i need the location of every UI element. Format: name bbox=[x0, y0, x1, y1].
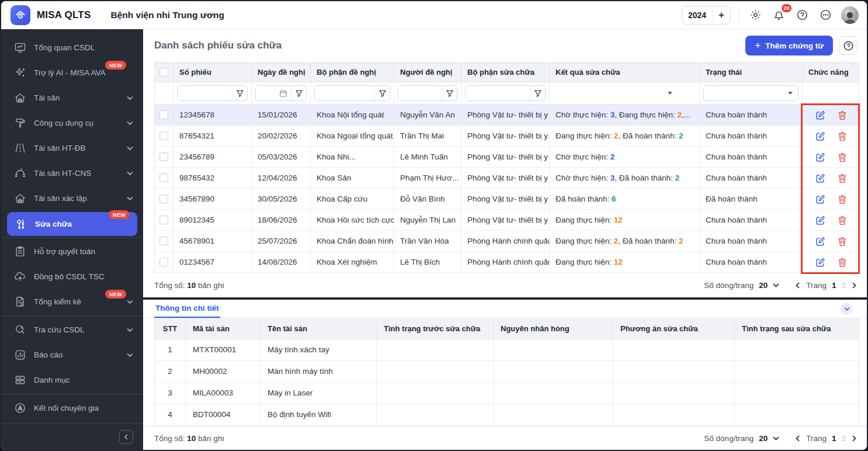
edit-icon[interactable] bbox=[815, 173, 825, 183]
filter-bo-phan-de-nghi-input[interactable] bbox=[315, 86, 374, 100]
table-row[interactable]: 4567890125/07/2026Khoa Chẩn đoán hìnhTrầ… bbox=[155, 231, 859, 252]
sidebar-item-pipe[interactable]: Tài sản HT-CNS bbox=[1, 161, 143, 186]
row-checkbox[interactable] bbox=[159, 216, 168, 224]
detail-collapse-button[interactable] bbox=[841, 303, 853, 315]
filter-so-phieu-input[interactable] bbox=[178, 86, 232, 100]
detail-column-header[interactable]: Tình trạng sau sửa chữa bbox=[735, 318, 859, 339]
delete-trash-icon[interactable] bbox=[837, 131, 848, 141]
edit-icon[interactable] bbox=[815, 236, 825, 247]
user-avatar[interactable] bbox=[841, 6, 859, 24]
page-current[interactable]: 1 bbox=[832, 434, 836, 443]
page-2[interactable]: 2 bbox=[841, 434, 846, 443]
delete-trash-icon[interactable] bbox=[837, 236, 848, 247]
row-checkbox[interactable] bbox=[159, 131, 168, 140]
add-voucher-button[interactable]: + Thêm chứng từ bbox=[745, 36, 833, 55]
filter-ngay-input[interactable] bbox=[256, 86, 276, 100]
column-header[interactable]: Người đề nghị bbox=[394, 63, 461, 82]
page-2[interactable]: 2 bbox=[841, 281, 846, 290]
per-page-chevron-icon[interactable] bbox=[773, 282, 779, 289]
table-row[interactable]: 2345678905/03/2026Khoa Nhi...Lê Minh Tuấ… bbox=[155, 147, 859, 168]
sidebar-item-doc-check[interactable]: Tổng kiểm kêNEW bbox=[1, 289, 143, 314]
more-options-icon[interactable] bbox=[818, 8, 833, 23]
edit-icon[interactable] bbox=[815, 110, 825, 120]
tab-thong-tin-chi-tiet[interactable]: Thông tin chi tiết bbox=[154, 304, 220, 318]
edit-icon[interactable] bbox=[815, 152, 825, 162]
notifications-bell-icon[interactable]: 20 bbox=[771, 8, 786, 23]
column-header[interactable]: Bộ phận sửa chữa bbox=[461, 63, 550, 82]
table-row[interactable]: 0123456714/08/2026Khoa Xét nghiệmLê Thị … bbox=[155, 252, 859, 273]
page-help-button[interactable] bbox=[839, 36, 857, 55]
table-row[interactable]: 8901234518/06/2026Khoa Hồi sức tích cựcN… bbox=[155, 210, 859, 231]
sidebar-item-catalog[interactable]: Danh mục bbox=[1, 367, 143, 393]
column-header[interactable]: Số phiếu bbox=[173, 63, 252, 82]
delete-trash-icon[interactable] bbox=[837, 215, 848, 226]
detail-column-header[interactable]: Tên tài sản bbox=[261, 318, 377, 339]
filter-funnel-icon[interactable] bbox=[232, 86, 247, 100]
select-all-checkbox[interactable] bbox=[159, 68, 168, 77]
prev-page-icon[interactable] bbox=[794, 282, 801, 289]
detail-table-row[interactable]: 3MILA00003Máy in Laser bbox=[155, 383, 859, 404]
edit-icon[interactable] bbox=[815, 257, 825, 268]
column-header[interactable]: Kết quả sửa chữa bbox=[550, 63, 700, 82]
sidebar-item-repair[interactable]: Sửa chữaNEW bbox=[7, 212, 137, 236]
app-logo-icon[interactable] bbox=[11, 5, 30, 25]
filter-funnel-icon[interactable] bbox=[374, 86, 390, 100]
year-selector[interactable]: 2024 + bbox=[682, 6, 731, 25]
calendar-icon[interactable] bbox=[276, 86, 291, 100]
per-page-chevron-icon[interactable] bbox=[773, 435, 779, 442]
column-header[interactable]: Bộ phận đề nghị bbox=[311, 63, 394, 82]
sidebar-item-roller[interactable]: Công cụ dụng cụ bbox=[1, 110, 143, 136]
row-checkbox[interactable] bbox=[159, 237, 168, 245]
page-current[interactable]: 1 bbox=[832, 281, 836, 290]
next-page-icon[interactable] bbox=[851, 435, 857, 442]
filter-funnel-icon[interactable] bbox=[291, 86, 306, 100]
row-checkbox[interactable] bbox=[159, 258, 168, 266]
delete-trash-icon[interactable] bbox=[837, 173, 848, 183]
filter-bo-phan-sua-input[interactable] bbox=[466, 86, 530, 100]
filter-funnel-icon[interactable] bbox=[530, 86, 545, 100]
edit-icon[interactable] bbox=[815, 131, 825, 141]
row-checkbox[interactable] bbox=[159, 152, 168, 161]
edit-icon[interactable] bbox=[815, 215, 825, 226]
sidebar-item-asset-confirm[interactable]: Tài sản xác lập bbox=[1, 186, 143, 211]
settings-gear-icon[interactable] bbox=[748, 8, 763, 23]
year-value[interactable]: 2024 bbox=[688, 11, 706, 20]
per-page-value[interactable]: 20 bbox=[759, 434, 768, 443]
filter-trang-thai-dropdown[interactable] bbox=[703, 85, 798, 101]
sidebar-item-sparkles[interactable]: Trợ lý AI - MISA AVANEW bbox=[1, 60, 143, 85]
detail-column-header[interactable]: Nguyên nhân hỏng bbox=[494, 318, 613, 339]
detail-table-row[interactable]: 2MH00002Màn hình máy tính bbox=[155, 361, 859, 383]
detail-table-row[interactable]: 4BDT00004Bộ định tuyến Wifi bbox=[155, 404, 859, 426]
detail-column-header[interactable]: STT bbox=[155, 318, 186, 339]
detail-column-header[interactable]: Mã tài sản bbox=[186, 318, 261, 339]
delete-trash-icon[interactable] bbox=[837, 257, 848, 268]
detail-column-header[interactable]: Phương án sửa chữa bbox=[613, 318, 735, 339]
sidebar-item-report[interactable]: Báo cáo bbox=[1, 342, 143, 367]
detail-column-header[interactable]: Tình trạng trước sửa chữa bbox=[377, 318, 494, 339]
sidebar-collapse-button[interactable] bbox=[119, 430, 133, 444]
sidebar-item-search[interactable]: Tra cứu CSDL bbox=[1, 317, 143, 342]
delete-trash-icon[interactable] bbox=[837, 194, 848, 204]
delete-trash-icon[interactable] bbox=[837, 152, 848, 162]
sidebar-item-assets[interactable]: Tài sản bbox=[1, 85, 143, 110]
table-row[interactable]: 9876543212/04/2026Khoa SảnPhạm Thị Hươ..… bbox=[155, 168, 859, 189]
sidebar-item-expert[interactable]: Kết nối chuyên gia bbox=[1, 396, 143, 421]
detail-table-row[interactable]: 1MTXT00001Máy tính xách tay bbox=[155, 339, 859, 361]
delete-trash-icon[interactable] bbox=[837, 110, 848, 120]
column-header[interactable]: Chức năng bbox=[803, 63, 860, 82]
sidebar-item-road[interactable]: Tài sản HT-ĐB bbox=[1, 136, 143, 161]
row-checkbox[interactable] bbox=[159, 110, 168, 119]
per-page-value[interactable]: 20 bbox=[759, 281, 768, 290]
filter-nguoi-de-nghi-input[interactable] bbox=[398, 86, 442, 100]
sidebar-item-overview[interactable]: Tổng quan CSDL bbox=[1, 35, 143, 60]
sidebar-item-clipboard[interactable]: Hỗ trợ quyết toán bbox=[1, 239, 143, 264]
row-checkbox[interactable] bbox=[159, 195, 168, 203]
filter-ket-qua-dropdown[interactable] bbox=[553, 92, 696, 95]
edit-icon[interactable] bbox=[815, 194, 825, 204]
row-checkbox[interactable] bbox=[159, 174, 168, 182]
sidebar-item-cloud-sync[interactable]: Đồng bộ CSDL TSC bbox=[1, 264, 143, 289]
prev-page-icon[interactable] bbox=[794, 435, 801, 442]
next-page-icon[interactable] bbox=[851, 282, 857, 289]
filter-funnel-icon[interactable] bbox=[442, 86, 457, 100]
table-row[interactable]: 8765432120/02/2026Khoa Ngoại tổng quátTr… bbox=[155, 126, 859, 147]
